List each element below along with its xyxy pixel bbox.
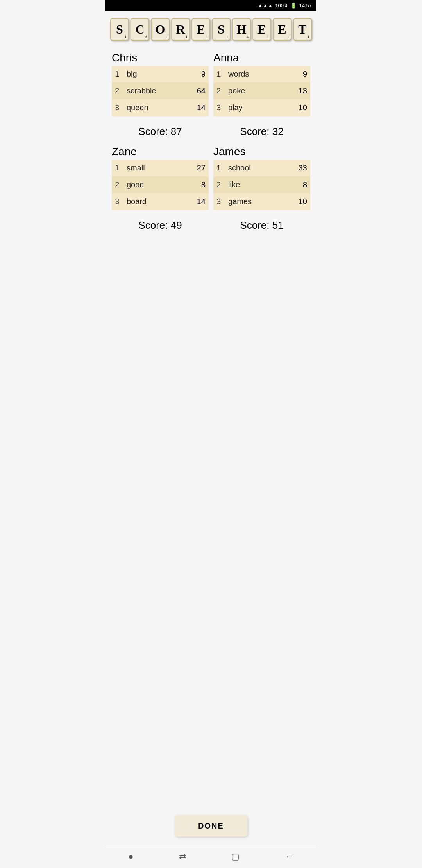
zane-name: Zane (112, 145, 209, 158)
word: scrabble (123, 82, 184, 99)
table-row: 3 play 10 (213, 99, 310, 116)
table-row: 1 words 9 (213, 66, 310, 82)
word: school (225, 160, 282, 176)
table-row: 3 queen 14 (112, 99, 209, 116)
turn-number: 2 (213, 176, 225, 193)
turn-number: 2 (213, 82, 225, 99)
title-tile-s: S1 (110, 18, 129, 41)
title-tile-h: H4 (232, 18, 251, 41)
word: games (225, 193, 282, 210)
anna-name: Anna (213, 52, 310, 64)
done-container: DONE (106, 809, 316, 845)
score: 10 (280, 99, 311, 116)
table-row: 2 scrabble 64 (112, 82, 209, 99)
score: 9 (184, 66, 209, 82)
title-tile-s: S1 (212, 18, 231, 41)
nav-square-icon[interactable]: ▢ (231, 852, 240, 862)
title-tile-c: C3 (131, 18, 149, 41)
top-players-grid: Chris 1 big 9 2 scrabble 64 3 queen 14 A… (112, 48, 310, 116)
table-row: 1 big 9 (112, 66, 209, 82)
anna-table: 1 words 9 2 poke 13 3 play 10 (213, 66, 310, 116)
nav-back-icon[interactable]: ← (285, 852, 294, 862)
table-row: 3 games 10 (213, 193, 310, 210)
word: play (225, 99, 280, 116)
player-james: James 1 school 33 2 like 8 3 games 10 (213, 142, 310, 210)
score: 13 (280, 82, 311, 99)
table-row: 2 good 8 (112, 176, 209, 193)
table-row: 1 school 33 (213, 160, 310, 176)
score: 8 (178, 176, 209, 193)
bottom-players-grid: Zane 1 small 27 2 good 8 3 board 14 Jame… (112, 142, 310, 210)
turn-number: 3 (213, 193, 225, 210)
word: words (225, 66, 280, 82)
anna-total: Score: 32 (213, 126, 310, 138)
zane-table: 1 small 27 2 good 8 3 board 14 (112, 160, 209, 210)
score: 8 (282, 176, 310, 193)
score: 33 (282, 160, 310, 176)
done-button[interactable]: DONE (175, 815, 247, 837)
nav-bar: ● ⇄ ▢ ← (106, 845, 316, 868)
zane-total: Score: 49 (112, 219, 209, 231)
turn-number: 1 (213, 160, 225, 176)
turn-number: 3 (112, 99, 123, 116)
title-tile-e: E1 (252, 18, 271, 41)
battery-icon: 🔋 (290, 3, 297, 9)
signal-icon: ▲▲▲ (258, 3, 273, 9)
table-row: 3 board 14 (112, 193, 209, 210)
turn-number: 2 (112, 176, 123, 193)
word: good (123, 176, 178, 193)
table-row: 2 poke 13 (213, 82, 310, 99)
player-anna: Anna 1 words 9 2 poke 13 3 play 10 (213, 48, 310, 116)
main-content: Chris 1 big 9 2 scrabble 64 3 queen 14 A… (106, 45, 316, 809)
battery-text: 100% (275, 3, 288, 9)
word: small (123, 160, 178, 176)
table-row: 2 like 8 (213, 176, 310, 193)
title-tiles: S1C3O1R1E1S1H4E1E1T1 (106, 11, 316, 45)
james-table: 1 school 33 2 like 8 3 games 10 (213, 160, 310, 210)
score: 9 (280, 66, 311, 82)
title-tile-t: T1 (293, 18, 312, 41)
turn-number: 3 (213, 99, 225, 116)
bottom-scores-row: Score: 49 Score: 51 (112, 210, 310, 236)
turn-number: 3 (112, 193, 123, 210)
score: 27 (178, 160, 209, 176)
score: 14 (178, 193, 209, 210)
nav-arrows-icon[interactable]: ⇄ (179, 852, 186, 862)
time-text: 14:57 (299, 3, 312, 9)
turn-number: 2 (112, 82, 123, 99)
james-total: Score: 51 (213, 219, 310, 231)
player-chris: Chris 1 big 9 2 scrabble 64 3 queen 14 (112, 48, 209, 116)
chris-table: 1 big 9 2 scrabble 64 3 queen 14 (112, 66, 209, 116)
score: 10 (282, 193, 310, 210)
status-bar: ▲▲▲ 100% 🔋 14:57 (106, 0, 316, 11)
word: poke (225, 82, 280, 99)
turn-number: 1 (213, 66, 225, 82)
title-tile-o: O1 (151, 18, 170, 41)
word: like (225, 176, 282, 193)
player-zane: Zane 1 small 27 2 good 8 3 board 14 (112, 142, 209, 210)
word: board (123, 193, 178, 210)
word: big (123, 66, 184, 82)
title-tile-r: R1 (171, 18, 190, 41)
title-tile-e: E1 (191, 18, 210, 41)
chris-total: Score: 87 (112, 126, 209, 138)
top-scores-row: Score: 87 Score: 32 (112, 116, 310, 142)
table-row: 1 small 27 (112, 160, 209, 176)
turn-number: 1 (112, 66, 123, 82)
nav-dot-icon[interactable]: ● (128, 852, 133, 862)
chris-name: Chris (112, 52, 209, 64)
score: 64 (184, 82, 209, 99)
title-tile-e: E1 (273, 18, 291, 41)
word: queen (123, 99, 184, 116)
score: 14 (184, 99, 209, 116)
turn-number: 1 (112, 160, 123, 176)
james-name: James (213, 145, 310, 158)
